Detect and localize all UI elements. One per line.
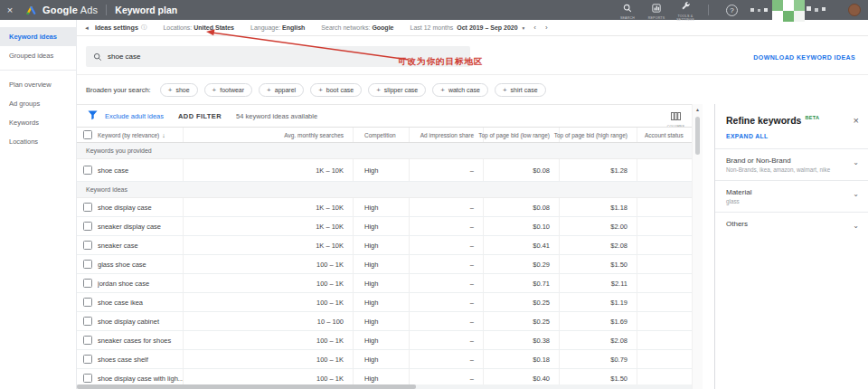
keyword-ideas-count: 54 keyword ideas available bbox=[236, 112, 317, 120]
row-checkbox[interactable] bbox=[83, 355, 92, 364]
row-checkbox[interactable] bbox=[83, 222, 92, 231]
sort-down-icon: ↓ bbox=[162, 132, 165, 138]
header-top-bid-high[interactable]: Top of page bid (high range) bbox=[560, 128, 637, 142]
chip-boot-case[interactable]: +boot case bbox=[310, 83, 362, 97]
cell-account-status bbox=[637, 236, 692, 254]
horizontal-scroll-thumb[interactable] bbox=[77, 384, 416, 389]
chip-footwear[interactable]: +footwear bbox=[204, 83, 253, 97]
locations-setting[interactable]: Locations: United States bbox=[163, 24, 234, 31]
header-account-status[interactable]: Account status bbox=[637, 128, 692, 142]
filter-funnel-icon[interactable] bbox=[88, 108, 98, 124]
cell-competition: High bbox=[354, 274, 410, 292]
date-range-setting[interactable]: Last 12 months Oct 2019 – Sep 2020 bbox=[410, 24, 518, 31]
cell-avg-searches: 1K – 10K bbox=[184, 159, 354, 181]
add-filter-button[interactable]: ADD FILTER bbox=[178, 112, 222, 120]
brand-ads: Ads bbox=[80, 5, 99, 15]
download-keyword-ideas-link[interactable]: DOWNLOAD KEYWORD IDEAS bbox=[753, 54, 855, 61]
reports-nav-button[interactable]: REPORTS bbox=[642, 0, 671, 21]
ideas-settings-label[interactable]: Ideas settings bbox=[95, 24, 138, 32]
help-question-glyph: ? bbox=[730, 6, 733, 14]
chip-shirt-case[interactable]: +shirt case bbox=[495, 83, 546, 97]
table-row[interactable]: sneaker cases for shoes 100 – 1K High – … bbox=[77, 331, 692, 350]
next-period-button[interactable]: › bbox=[545, 24, 548, 32]
expand-all-link[interactable]: EXPAND ALL bbox=[715, 129, 868, 148]
plus-icon: + bbox=[318, 86, 323, 94]
table-row[interactable]: sneaker display case 1K – 10K High – $0.… bbox=[77, 217, 692, 236]
chip-slipper-case[interactable]: +slipper case bbox=[368, 83, 426, 97]
vertical-scroll-thumb[interactable] bbox=[695, 117, 700, 155]
date-range-dropdown-icon[interactable]: ▾ bbox=[523, 25, 525, 31]
brand-text: Google Ads bbox=[42, 5, 98, 15]
table-row[interactable]: glass shoe case 100 – 1K High – $0.29 $1… bbox=[77, 255, 692, 274]
networks-setting[interactable]: Search networks: Google bbox=[321, 24, 393, 31]
row-checkbox[interactable] bbox=[83, 374, 92, 383]
chip-shoe[interactable]: +shoe bbox=[160, 83, 198, 97]
header-avg-monthly-searches[interactable]: Avg. monthly searches bbox=[184, 128, 354, 142]
search-nav-button[interactable]: SEARCH bbox=[613, 0, 642, 21]
row-checkbox[interactable] bbox=[83, 279, 92, 288]
close-window-button[interactable]: × bbox=[0, 5, 20, 15]
date-range-preset: Last 12 months bbox=[410, 24, 454, 31]
tools-settings-nav-label: TOOLS & SETTINGS bbox=[671, 15, 700, 23]
chevron-down-icon[interactable]: ⌄ bbox=[853, 222, 859, 230]
row-checkbox[interactable] bbox=[83, 166, 92, 175]
table-row[interactable]: shoe case ikea 100 – 1K High – $0.25 $1.… bbox=[77, 293, 692, 312]
table-row[interactable]: jordan shoe case 100 – 1K High – $0.71 $… bbox=[77, 274, 692, 293]
cell-avg-searches: 10 – 100 bbox=[184, 312, 354, 330]
header-keyword[interactable]: Keyword (by relevance)↓ bbox=[98, 128, 184, 142]
header-ad-impression-share[interactable]: Ad impression share bbox=[410, 128, 484, 142]
refine-section-brand[interactable]: Brand or Non-Brand Non-Brands, ikea, ama… bbox=[715, 148, 868, 180]
refine-section-material[interactable]: Material glass ⌄ bbox=[715, 180, 868, 212]
sidebar-item-keyword-ideas[interactable]: Keyword ideas bbox=[0, 27, 76, 46]
cell-account-status bbox=[637, 331, 692, 349]
row-checkbox[interactable] bbox=[83, 203, 92, 212]
profile-avatar[interactable] bbox=[848, 4, 861, 16]
sidebar-item-grouped-ideas[interactable]: Grouped ideas bbox=[0, 46, 76, 65]
header-top-bid-low[interactable]: Top of page bid (low range) bbox=[484, 128, 560, 142]
select-all-checkbox[interactable] bbox=[83, 130, 92, 139]
filter-bar: Exclude adult ideas ADD FILTER 54 keywor… bbox=[77, 104, 692, 127]
chip-label: slipper case bbox=[384, 87, 418, 93]
row-checkbox[interactable] bbox=[83, 317, 92, 326]
prev-period-button[interactable]: ‹ bbox=[533, 24, 536, 32]
cell-bid-high: $2.08 bbox=[560, 331, 637, 349]
plus-icon: + bbox=[267, 86, 271, 94]
cell-bid-low: $0.25 bbox=[484, 312, 560, 330]
chip-apparel[interactable]: +apparel bbox=[259, 83, 304, 97]
table-horizontal-scrollbar[interactable] bbox=[77, 384, 692, 389]
chip-watch-case[interactable]: +watch case bbox=[432, 83, 488, 97]
table-row[interactable]: shoes case shelf 100 – 1K High – $0.18 $… bbox=[77, 350, 692, 369]
sidebar-item-keywords[interactable]: Keywords bbox=[0, 113, 76, 132]
chip-label: shirt case bbox=[511, 87, 538, 93]
sidebar-item-ad-groups[interactable]: Ad groups bbox=[0, 94, 76, 113]
table-vertical-scrollbar[interactable]: ▲ bbox=[692, 104, 703, 389]
sidebar-item-locations[interactable]: Locations bbox=[0, 132, 76, 151]
cell-account-status bbox=[637, 198, 692, 216]
chevron-down-icon[interactable]: ⌄ bbox=[853, 190, 859, 198]
header-competition[interactable]: Competition bbox=[354, 128, 410, 142]
table-header-row: Keyword (by relevance)↓ Avg. monthly sea… bbox=[77, 127, 692, 143]
columns-button[interactable]: COLUMNS bbox=[667, 108, 684, 128]
close-panel-icon[interactable]: × bbox=[854, 116, 859, 126]
row-checkbox[interactable] bbox=[83, 260, 92, 269]
table-row[interactable]: shoe display cabinet 10 – 100 High – $0.… bbox=[77, 312, 692, 331]
scroll-up-arrow[interactable]: ▲ bbox=[693, 107, 703, 112]
cell-bid-high: $1.19 bbox=[560, 293, 637, 311]
table-row[interactable]: shoe display case 1K – 10K High – $0.08 … bbox=[77, 198, 692, 217]
help-button[interactable]: ? bbox=[726, 5, 738, 16]
back-arrow-icon[interactable]: ◄ bbox=[84, 25, 90, 31]
cell-bid-high: $1.18 bbox=[560, 198, 637, 216]
language-setting[interactable]: Language: English bbox=[250, 24, 305, 31]
table-row[interactable]: sneaker case 1K – 10K High – $0.41 $2.08 bbox=[77, 236, 692, 255]
cell-keyword: sneaker case bbox=[98, 236, 184, 254]
row-checkbox[interactable] bbox=[83, 336, 92, 345]
tools-settings-nav-button[interactable]: TOOLS & SETTINGS bbox=[671, 0, 700, 23]
exclude-adult-ideas-link[interactable]: Exclude adult ideas bbox=[105, 112, 164, 120]
sidebar-item-plan-overview[interactable]: Plan overview bbox=[0, 75, 76, 94]
table-row[interactable]: shoe case 1K – 10K High – $0.08 $1.28 bbox=[77, 159, 692, 182]
chevron-down-icon[interactable]: ⌄ bbox=[853, 158, 859, 166]
row-checkbox[interactable] bbox=[83, 241, 92, 250]
cell-impression-share: – bbox=[410, 236, 484, 254]
refine-section-others[interactable]: Others ⌄ bbox=[715, 212, 868, 237]
row-checkbox[interactable] bbox=[83, 298, 92, 307]
